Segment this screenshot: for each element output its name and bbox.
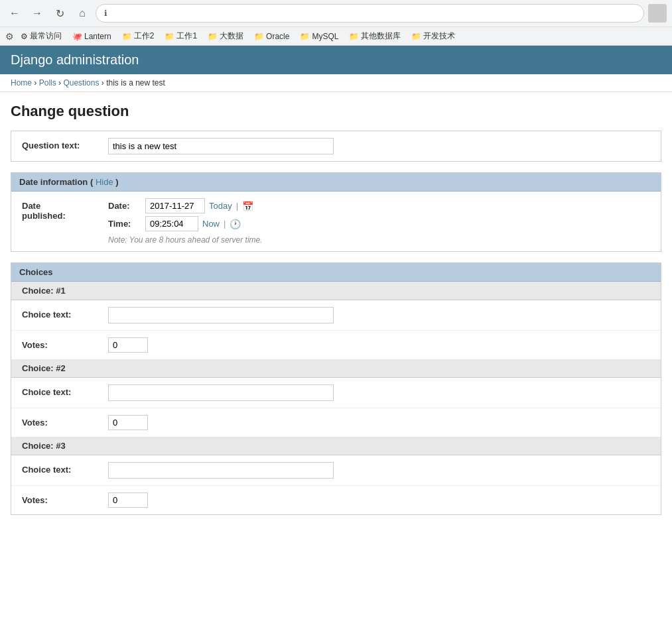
browser-chrome: ← → ↻ ⌂ ℹ 192.168.253.133:8000/admin/pol… — [0, 0, 672, 46]
choice-2-text-label: Choice text: — [22, 384, 108, 397]
choice-3-header: Choice: #3 — [11, 437, 661, 455]
bookmark-otherdb[interactable]: 📁 其他数据库 — [345, 29, 405, 43]
date-row: Date: Today | 📅 — [108, 198, 650, 213]
choice-1-votes-field — [108, 337, 650, 353]
time-label: Time: — [108, 219, 141, 229]
choice-2-votes-field — [108, 415, 650, 430]
choice-1-text-row: Choice text: — [11, 300, 661, 331]
date-information-section: Date information ( Hide ) Datepublished:… — [11, 172, 661, 252]
date-published-label: Datepublished: — [22, 198, 108, 221]
main-content: Change question Question text: Date info… — [0, 92, 672, 526]
now-link[interactable]: Now — [202, 219, 220, 229]
choice-1-text-input[interactable] — [108, 307, 334, 323]
choice-1-votes-label: Votes: — [22, 337, 108, 350]
date-input[interactable] — [145, 198, 205, 213]
date-label: Date: — [108, 201, 141, 211]
choice-3-text-field — [108, 462, 650, 479]
date-published-row: Datepublished: Date: Today | 📅 Time: Now… — [11, 192, 661, 251]
choice-2-header: Choice: #2 — [11, 359, 661, 378]
url-input[interactable]: 192.168.253.133:8000/admin/polls/questio… — [111, 9, 636, 19]
choice-3-votes-field — [108, 493, 650, 508]
choice-3-votes-label: Votes: — [22, 493, 108, 505]
time-input[interactable] — [145, 216, 198, 231]
breadcrumb-home[interactable]: Home — [11, 78, 32, 87]
choice-2-votes-input[interactable] — [108, 415, 148, 430]
choice-2-text-field — [108, 384, 650, 401]
choice-3-votes-input[interactable] — [108, 493, 148, 508]
bookmark-bigdata[interactable]: 📁 大数据 — [204, 29, 247, 43]
address-bar: ℹ 192.168.253.133:8000/admin/polls/quest… — [96, 4, 644, 23]
choice-3-group: Choice: #3 Choice text: Votes: — [11, 437, 661, 514]
breadcrumb-questions[interactable]: Questions — [63, 78, 99, 87]
choice-2-votes-label: Votes: — [22, 415, 108, 428]
home-button[interactable]: ⌂ — [73, 4, 92, 23]
lock-icon: ℹ — [104, 9, 107, 18]
breadcrumb-polls[interactable]: Polls — [39, 78, 56, 87]
question-text-field — [108, 138, 650, 154]
choice-3-votes-row: Votes: — [11, 486, 661, 514]
choice-1-text-field — [108, 307, 650, 323]
choice-1-votes-input[interactable] — [108, 337, 148, 353]
bookmark-work1[interactable]: 📁 工作1 — [161, 29, 201, 43]
extensions-icon — [648, 4, 667, 23]
breadcrumb: Home › Polls › Questions › this is a new… — [0, 74, 672, 92]
back-button[interactable]: ← — [5, 4, 24, 23]
question-text-label: Question text: — [22, 138, 108, 150]
bookmarks-bar: ⚙ ⚙ 最常访问 🐙 Lantern 📁 工作2 📁 工作1 📁 大数据 📁 O… — [0, 27, 672, 45]
django-header: Django administration — [0, 46, 672, 74]
date-published-field: Date: Today | 📅 Time: Now | 🕐 Note: You … — [108, 198, 650, 245]
question-text-input[interactable] — [108, 138, 334, 154]
choice-1-header: Choice: #1 — [11, 282, 661, 300]
date-section-header: Date information ( Hide ) — [11, 173, 661, 192]
choice-2-group: Choice: #2 Choice text: Votes: — [11, 359, 661, 437]
browser-toolbar: ← → ↻ ⌂ ℹ 192.168.253.133:8000/admin/pol… — [0, 0, 672, 27]
choice-1-votes-row: Votes: — [11, 331, 661, 359]
bookmark-work2[interactable]: 📁 工作2 — [118, 29, 159, 43]
bookmark-devtech[interactable]: 📁 开发技术 — [407, 29, 459, 43]
bookmark-zuichang[interactable]: ⚙ 最常访问 — [17, 29, 66, 43]
time-row: Time: Now | 🕐 — [108, 216, 650, 231]
choice-3-text-label: Choice text: — [22, 462, 108, 475]
settings-icon[interactable]: ⚙ — [5, 31, 14, 42]
bookmark-lantern[interactable]: 🐙 Lantern — [68, 30, 115, 42]
refresh-button[interactable]: ↻ — [50, 4, 69, 23]
choice-1-group: Choice: #1 Choice text: Votes: — [11, 282, 661, 359]
choice-3-text-row: Choice text: — [11, 455, 661, 486]
choice-2-votes-row: Votes: — [11, 408, 661, 437]
choice-1-text-label: Choice text: — [22, 307, 108, 320]
choices-header: Choices — [11, 263, 661, 282]
choice-2-text-row: Choice text: — [11, 378, 661, 408]
question-text-row: Question text: — [11, 131, 661, 161]
question-form-section: Question text: — [11, 131, 661, 162]
today-link[interactable]: Today — [209, 201, 232, 211]
site-title: Django administration — [11, 52, 661, 68]
page-title: Change question — [11, 103, 661, 120]
calendar-icon[interactable]: 📅 — [242, 201, 253, 211]
choices-section: Choices Choice: #1 Choice text: Votes: — [11, 262, 661, 515]
choice-2-text-input[interactable] — [108, 384, 334, 401]
choice-3-text-input[interactable] — [108, 462, 334, 479]
breadcrumb-current: this is a new test — [106, 78, 165, 87]
bookmark-oracle[interactable]: 📁 Oracle — [250, 30, 293, 42]
forward-button[interactable]: → — [28, 4, 46, 23]
server-time-note: Note: You are 8 hours ahead of server ti… — [108, 235, 650, 245]
clock-icon[interactable]: 🕐 — [230, 219, 241, 229]
bookmark-mysql[interactable]: 📁 MySQL — [296, 30, 342, 42]
hide-link[interactable]: Hide — [96, 177, 113, 187]
